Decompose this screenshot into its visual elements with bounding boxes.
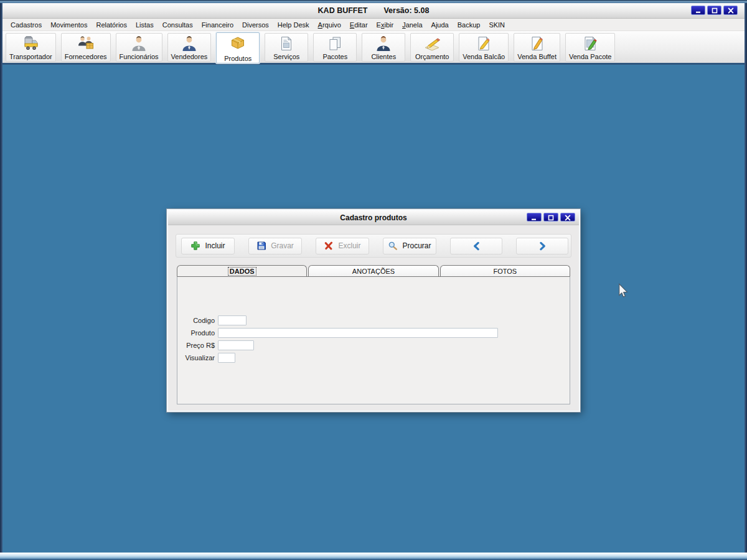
app-title: KAD BUFFET xyxy=(318,6,368,15)
employee-icon xyxy=(130,35,148,52)
truck-icon xyxy=(22,35,39,52)
dados-tab-pane: Codigo Produto Preço R$ Visualizar xyxy=(177,276,570,404)
window-frame-right xyxy=(745,3,747,553)
tab-anotacoes[interactable]: ANOTAÇÕES xyxy=(308,265,438,276)
window-maximize-button[interactable] xyxy=(707,6,721,15)
dialog-tabbar: DADOS ANOTAÇÕES FOTOS xyxy=(177,265,570,276)
toolbar-button-venda-pacote[interactable]: Venda Pacote xyxy=(565,33,616,62)
menu-item-relatorios[interactable]: Relatórios xyxy=(92,20,131,30)
delete-x-icon xyxy=(324,241,334,251)
menu-item-movimentos[interactable]: Movimentos xyxy=(46,20,92,30)
menu-bar: Cadastros Movimentos Relatórios Listas C… xyxy=(2,19,745,31)
client-icon xyxy=(375,35,392,52)
field-label: Codigo xyxy=(182,317,215,324)
sale-counter-icon xyxy=(475,35,492,52)
window-maximize-icon xyxy=(547,214,555,220)
toolbar-button-label: Transportador xyxy=(9,53,52,60)
dialog-action-panel: Incluir Gravar Excluir Procurar xyxy=(176,234,571,258)
menu-item-label: Help Desk xyxy=(278,21,309,29)
product-box-icon xyxy=(229,34,247,52)
dialog-titlebar: Cadastro produtos xyxy=(168,210,579,225)
toolbar-button-clientes[interactable]: Clientes xyxy=(362,33,405,62)
arrow-right-icon xyxy=(538,241,547,251)
toolbar-button-label: Venda Buffet xyxy=(517,53,557,60)
window-minimize-button[interactable] xyxy=(691,6,705,15)
menu-item-label: Backup xyxy=(458,21,481,29)
app-titlebar: KAD BUFFET Versão: 5.08 xyxy=(2,3,745,19)
toolbar-button-vendedores[interactable]: Vendedores xyxy=(167,33,212,62)
toolbar-button-venda-buffet[interactable]: Venda Buffet xyxy=(514,33,560,62)
toolbar-button-label: Produtos xyxy=(224,55,251,62)
toolbar-button-venda-balcao[interactable]: Venda Balcão xyxy=(459,33,509,62)
menu-item-label: Cadastros xyxy=(11,21,42,29)
toolbar-button-label: Serviços xyxy=(273,53,299,60)
action-button-procurar[interactable]: Procurar xyxy=(383,238,436,254)
toolbar-button-funcionarios[interactable]: Funcionários xyxy=(116,33,162,62)
codigo-input[interactable] xyxy=(218,315,247,325)
action-button-excluir: Excluir xyxy=(316,238,369,254)
app-version-label: Versão: 5.08 xyxy=(383,6,429,15)
save-floppy-icon xyxy=(256,241,266,251)
menu-item-exibir[interactable]: Exibir xyxy=(372,20,398,30)
sale-buffet-icon xyxy=(529,35,546,52)
action-button-incluir[interactable]: Incluir xyxy=(181,238,235,254)
menu-item-skin[interactable]: SKIN xyxy=(484,20,509,30)
produto-input[interactable] xyxy=(218,328,498,338)
next-record-button[interactable] xyxy=(516,238,568,254)
tab-fotos[interactable]: FOTOS xyxy=(440,265,570,276)
action-button-label: Gravar xyxy=(271,241,294,250)
dialog-minimize-button[interactable] xyxy=(527,213,542,222)
toolbar-button-label: Venda Pacote xyxy=(569,53,612,60)
toolbar-button-label: Clientes xyxy=(371,53,396,60)
dialog-maximize-button[interactable] xyxy=(543,213,558,222)
toolbar-button-orcamento[interactable]: Orçamento xyxy=(410,33,454,62)
action-button-gravar: Gravar xyxy=(248,238,302,254)
menu-item-financeiro[interactable]: Financeiro xyxy=(197,20,238,30)
menu-item-editar[interactable]: Editar xyxy=(345,20,372,30)
menu-item-cadastros[interactable]: Cadastros xyxy=(6,20,46,30)
menu-item-label: SKIN xyxy=(489,21,505,29)
toolbar-button-label: Pacotes xyxy=(322,53,347,60)
field-label: Produto xyxy=(182,329,215,337)
toolbar-button-servicos[interactable]: Serviços xyxy=(265,33,308,62)
cadastro-produtos-dialog: Cadastro produtos Incluir xyxy=(167,209,580,412)
tab-dados[interactable]: DADOS xyxy=(177,265,307,276)
field-row-preco-r: Preço R$ xyxy=(182,340,254,350)
toolbar-button-produtos[interactable]: Produtos xyxy=(216,32,260,63)
dialog-close-button[interactable] xyxy=(560,213,575,222)
window-close-button[interactable] xyxy=(723,6,738,15)
menu-item-janela[interactable]: Janela xyxy=(398,20,426,30)
field-label: Visualizar xyxy=(182,354,215,362)
packages-pages-icon xyxy=(326,35,344,52)
sale-package-icon xyxy=(581,35,599,52)
tab-label: ANOTAÇÕES xyxy=(352,268,395,275)
field-label: Preço R$ xyxy=(182,342,215,349)
menu-item-label: Consultas xyxy=(162,21,193,29)
menu-item-label: Arquivo xyxy=(318,21,341,29)
menu-item-diversos[interactable]: Diversos xyxy=(238,20,273,30)
menu-item-label: Listas xyxy=(136,21,154,29)
menu-item-consultas[interactable]: Consultas xyxy=(158,20,197,30)
menu-item-label: Relatórios xyxy=(96,21,127,29)
window-maximize-icon xyxy=(711,7,718,14)
menu-item-backup[interactable]: Backup xyxy=(453,20,485,30)
preco-r-input[interactable] xyxy=(218,340,254,350)
menu-item-ajuda[interactable]: Ajuda xyxy=(427,20,453,30)
menu-item-label: Financeiro xyxy=(202,21,233,29)
window-controls xyxy=(691,6,738,15)
visualizar-input[interactable] xyxy=(218,353,235,363)
window-close-icon xyxy=(564,214,571,220)
window-frame-left xyxy=(0,3,2,553)
menu-item-label: Movimentos xyxy=(50,21,87,29)
menu-item-label: Janela xyxy=(402,21,422,29)
field-row-produto: Produto xyxy=(182,328,498,338)
toolbar-button-pacotes[interactable]: Pacotes xyxy=(313,33,357,62)
action-button-label: Incluir xyxy=(205,241,225,250)
menu-item-listas[interactable]: Listas xyxy=(131,20,158,30)
toolbar-button-fornecedores[interactable]: Fornecedores xyxy=(61,33,111,62)
previous-record-button[interactable] xyxy=(450,238,502,254)
menu-item-arquivo[interactable]: Arquivo xyxy=(314,20,345,30)
toolbar-button-transportador[interactable]: Transportador xyxy=(6,33,56,62)
menu-item-label: Diversos xyxy=(242,21,269,29)
menu-item-help-desk[interactable]: Help Desk xyxy=(273,20,314,30)
